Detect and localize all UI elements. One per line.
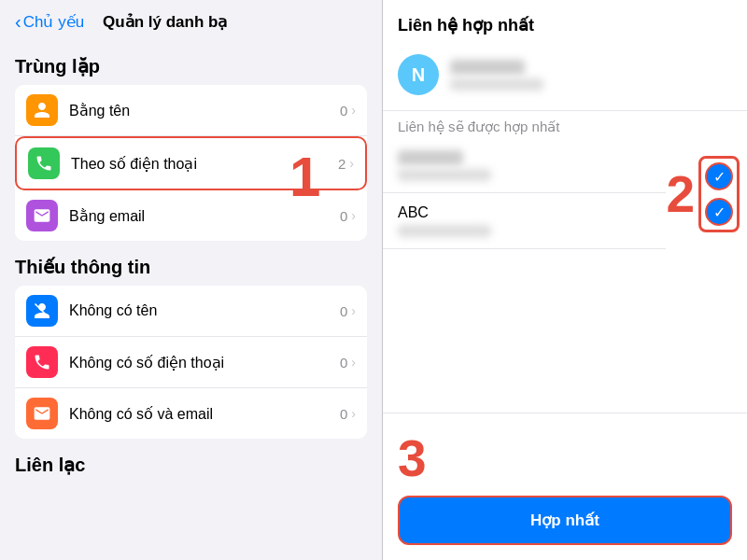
section-trung-lap-title: Trùng lặp <box>15 55 367 77</box>
khong-co-ten-label: Không có tên <box>69 302 340 319</box>
right-panel: Liên hệ hợp nhất N Liên hệ sẽ được hợp n… <box>383 0 747 560</box>
bang-email-count: 0 <box>340 208 347 224</box>
khong-co-so-item[interactable]: Không có số điện thoại 0 › <box>15 337 367 388</box>
step2-number: 2 <box>666 164 695 224</box>
left-panel: ‹ Chủ yếu Quản lý danh bạ Trùng lặp Bằng… <box>0 0 383 560</box>
bang-ten-count: 0 <box>340 103 347 119</box>
theo-so-chevron: › <box>349 156 354 171</box>
bang-email-icon <box>26 200 58 231</box>
nav-header: ‹ Chủ yếu Quản lý danh bạ <box>0 0 382 40</box>
khong-co-so-icon <box>26 346 58 378</box>
right-title: Liên hệ hợp nhất <box>398 15 732 35</box>
nav-title: Quản lý danh bạ <box>103 12 227 32</box>
theo-so-count: 2 <box>338 156 345 172</box>
trung-lap-list: Bằng tên 0 › Theo số điện thoại 2 › Bằng… <box>15 85 367 241</box>
contact-avatar: N <box>398 54 439 95</box>
step3-number: 3 <box>398 428 427 488</box>
bang-email-label: Bằng email <box>69 207 340 225</box>
khong-co-so-email-label: Không có số và email <box>69 405 340 423</box>
khong-co-ten-count: 0 <box>340 303 347 319</box>
merge-checkbox-2[interactable]: ✓ <box>705 198 733 226</box>
khong-co-so-email-chevron: › <box>351 406 356 421</box>
right-content: Liên hệ sẽ được hợp nhất ABC <box>383 111 747 413</box>
contact-phone <box>450 78 543 91</box>
merge-item-1-phone <box>398 169 491 181</box>
thieu-thong-tin-list: Không có tên 0 › Không có số điện thoại … <box>15 286 367 439</box>
bang-ten-chevron: › <box>351 103 356 118</box>
merge-button[interactable]: Hợp nhất <box>398 496 732 545</box>
merge-items-list: ABC <box>383 139 666 249</box>
merge-item-2: ABC <box>383 193 666 249</box>
merge-item-1-name <box>398 150 463 165</box>
left-content: Trùng lặp Bằng tên 0 › Theo số điện thoạ… <box>0 40 382 483</box>
merge-section-title: Liên hệ sẽ được hợp nhất <box>383 111 747 139</box>
khong-co-ten-item[interactable]: Không có tên 0 › <box>15 286 367 337</box>
khong-co-so-label: Không có số điện thoại <box>69 354 340 371</box>
merge-item-2-info: ABC <box>398 204 651 237</box>
step3-row: 3 <box>398 428 732 488</box>
khong-co-so-email-icon <box>26 398 58 429</box>
bang-ten-item[interactable]: Bằng tên 0 › <box>15 85 367 136</box>
contact-info <box>450 60 732 91</box>
unified-contact: N <box>398 47 732 103</box>
theo-so-item[interactable]: Theo số điện thoại 2 › <box>15 136 367 190</box>
bang-ten-icon <box>26 94 58 126</box>
right-header: Liên hệ hợp nhất N <box>383 0 747 111</box>
khong-co-so-chevron: › <box>351 355 356 370</box>
khong-co-ten-icon <box>26 295 58 327</box>
merge-item-2-phone <box>398 225 491 237</box>
merge-item-1 <box>383 139 666 193</box>
merge-checkbox-1[interactable]: ✓ <box>705 162 733 190</box>
merge-item-2-name: ABC <box>398 204 651 221</box>
merge-items-row: ABC 2 ✓ ✓ <box>383 139 747 249</box>
bang-email-item[interactable]: Bằng email 0 › <box>15 190 367 241</box>
theo-so-icon <box>28 147 60 179</box>
khong-co-so-email-count: 0 <box>340 406 347 422</box>
section-thieu-thong-tin-title: Thiếu thông tin <box>15 256 367 278</box>
bang-ten-label: Bằng tên <box>69 102 340 119</box>
chevron-left-icon: ‹ <box>15 11 21 33</box>
khong-co-so-count: 0 <box>340 355 347 371</box>
bottom-section: 3 Hợp nhất <box>383 413 747 560</box>
contact-name <box>450 60 525 75</box>
theo-so-label: Theo số điện thoại <box>71 155 338 173</box>
khong-co-ten-chevron: › <box>351 303 356 318</box>
nav-back-button[interactable]: ‹ Chủ yếu <box>15 11 84 33</box>
checkboxes-container: ✓ ✓ <box>698 156 740 232</box>
nav-back-label: Chủ yếu <box>23 12 84 32</box>
bang-email-chevron: › <box>351 208 356 223</box>
merge-item-1-info <box>398 150 651 181</box>
section-lien-lac-title: Liên lạc <box>15 454 367 476</box>
khong-co-so-email-item[interactable]: Không có số và email 0 › <box>15 388 367 439</box>
checkboxes-area: 2 ✓ ✓ <box>666 139 747 249</box>
